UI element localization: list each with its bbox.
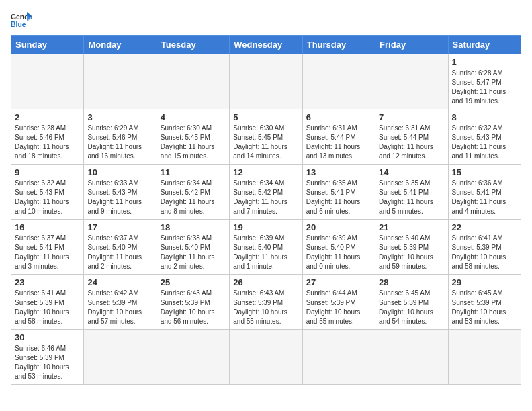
day-number: 20 [306, 222, 371, 232]
calendar-cell: 23Sunrise: 6:41 AM Sunset: 5:39 PM Dayli… [11, 275, 84, 330]
day-number: 30 [15, 332, 80, 342]
week-row-4: 16Sunrise: 6:37 AM Sunset: 5:41 PM Dayli… [11, 220, 521, 275]
day-info: Sunrise: 6:39 AM Sunset: 5:40 PM Dayligh… [306, 234, 371, 271]
calendar-cell [157, 54, 229, 109]
day-info: Sunrise: 6:30 AM Sunset: 5:45 PM Dayligh… [161, 124, 226, 161]
weekday-header-row: SundayMondayTuesdayWednesdayThursdayFrid… [11, 36, 521, 54]
day-info: Sunrise: 6:35 AM Sunset: 5:41 PM Dayligh… [306, 179, 371, 216]
day-info: Sunrise: 6:43 AM Sunset: 5:39 PM Dayligh… [233, 289, 298, 326]
weekday-header-thursday: Thursday [302, 36, 375, 54]
weekday-header-sunday: Sunday [11, 36, 84, 54]
day-number: 24 [87, 277, 152, 287]
day-info: Sunrise: 6:41 AM Sunset: 5:39 PM Dayligh… [452, 234, 517, 271]
calendar-cell: 3Sunrise: 6:29 AM Sunset: 5:46 PM Daylig… [84, 109, 157, 165]
day-info: Sunrise: 6:32 AM Sunset: 5:43 PM Dayligh… [452, 124, 517, 161]
week-row-6: 30Sunrise: 6:46 AM Sunset: 5:39 PM Dayli… [11, 330, 521, 385]
page-header: General Blue [11, 11, 521, 30]
day-number: 18 [161, 222, 226, 232]
day-info: Sunrise: 6:34 AM Sunset: 5:42 PM Dayligh… [161, 179, 226, 216]
calendar-cell: 21Sunrise: 6:40 AM Sunset: 5:39 PM Dayli… [375, 220, 448, 275]
calendar-cell [375, 54, 448, 109]
day-info: Sunrise: 6:42 AM Sunset: 5:39 PM Dayligh… [87, 289, 152, 326]
day-info: Sunrise: 6:30 AM Sunset: 5:45 PM Dayligh… [233, 124, 298, 161]
logo: General Blue [11, 11, 32, 30]
calendar-table: SundayMondayTuesdayWednesdayThursdayFrid… [11, 35, 521, 385]
calendar-cell: 10Sunrise: 6:33 AM Sunset: 5:43 PM Dayli… [84, 165, 157, 220]
calendar-cell: 18Sunrise: 6:38 AM Sunset: 5:40 PM Dayli… [157, 220, 229, 275]
day-info: Sunrise: 6:29 AM Sunset: 5:46 PM Dayligh… [87, 124, 152, 161]
week-row-3: 9Sunrise: 6:32 AM Sunset: 5:43 PM Daylig… [11, 165, 521, 220]
day-number: 14 [379, 167, 444, 177]
svg-text:Blue: Blue [11, 21, 26, 28]
calendar-cell [230, 54, 302, 109]
day-info: Sunrise: 6:45 AM Sunset: 5:39 PM Dayligh… [452, 289, 517, 326]
calendar-cell: 9Sunrise: 6:32 AM Sunset: 5:43 PM Daylig… [11, 165, 84, 220]
calendar-cell: 4Sunrise: 6:30 AM Sunset: 5:45 PM Daylig… [157, 109, 229, 165]
day-number: 4 [161, 112, 226, 122]
calendar-cell: 26Sunrise: 6:43 AM Sunset: 5:39 PM Dayli… [230, 275, 302, 330]
calendar-cell: 20Sunrise: 6:39 AM Sunset: 5:40 PM Dayli… [302, 220, 375, 275]
day-number: 7 [379, 112, 444, 122]
calendar-cell: 8Sunrise: 6:32 AM Sunset: 5:43 PM Daylig… [448, 109, 521, 165]
day-info: Sunrise: 6:46 AM Sunset: 5:39 PM Dayligh… [15, 344, 80, 381]
day-info: Sunrise: 6:40 AM Sunset: 5:39 PM Dayligh… [379, 234, 444, 271]
week-row-5: 23Sunrise: 6:41 AM Sunset: 5:39 PM Dayli… [11, 275, 521, 330]
calendar-cell [230, 330, 302, 385]
calendar-cell: 12Sunrise: 6:34 AM Sunset: 5:42 PM Dayli… [230, 165, 302, 220]
day-number: 29 [452, 277, 517, 287]
day-number: 26 [233, 277, 298, 287]
calendar-cell: 13Sunrise: 6:35 AM Sunset: 5:41 PM Dayli… [302, 165, 375, 220]
day-number: 9 [15, 167, 80, 177]
day-number: 16 [15, 222, 80, 232]
day-number: 19 [233, 222, 298, 232]
day-number: 10 [87, 167, 152, 177]
day-number: 22 [452, 222, 517, 232]
calendar-cell [375, 330, 448, 385]
day-number: 23 [15, 277, 80, 287]
day-number: 21 [379, 222, 444, 232]
day-info: Sunrise: 6:37 AM Sunset: 5:40 PM Dayligh… [87, 234, 152, 271]
day-info: Sunrise: 6:34 AM Sunset: 5:42 PM Dayligh… [233, 179, 298, 216]
day-number: 5 [233, 112, 298, 122]
calendar-cell: 16Sunrise: 6:37 AM Sunset: 5:41 PM Dayli… [11, 220, 84, 275]
day-info: Sunrise: 6:31 AM Sunset: 5:44 PM Dayligh… [379, 124, 444, 161]
weekday-header-saturday: Saturday [448, 36, 521, 54]
calendar-cell [302, 330, 375, 385]
weekday-header-friday: Friday [375, 36, 448, 54]
day-number: 6 [306, 112, 371, 122]
day-info: Sunrise: 6:33 AM Sunset: 5:43 PM Dayligh… [87, 179, 152, 216]
calendar-cell: 2Sunrise: 6:28 AM Sunset: 5:46 PM Daylig… [11, 109, 84, 165]
calendar-cell [157, 330, 229, 385]
calendar-cell: 15Sunrise: 6:36 AM Sunset: 5:41 PM Dayli… [448, 165, 521, 220]
calendar-cell [302, 54, 375, 109]
day-number: 11 [161, 167, 226, 177]
calendar-cell: 5Sunrise: 6:30 AM Sunset: 5:45 PM Daylig… [230, 109, 302, 165]
day-info: Sunrise: 6:31 AM Sunset: 5:44 PM Dayligh… [306, 124, 371, 161]
day-number: 12 [233, 167, 298, 177]
day-number: 15 [452, 167, 517, 177]
day-number: 27 [306, 277, 371, 287]
calendar-cell [84, 54, 157, 109]
calendar-cell: 7Sunrise: 6:31 AM Sunset: 5:44 PM Daylig… [375, 109, 448, 165]
calendar-cell: 27Sunrise: 6:44 AM Sunset: 5:39 PM Dayli… [302, 275, 375, 330]
calendar-cell: 1Sunrise: 6:28 AM Sunset: 5:47 PM Daylig… [448, 54, 521, 109]
day-info: Sunrise: 6:37 AM Sunset: 5:41 PM Dayligh… [15, 234, 80, 271]
day-number: 1 [452, 57, 517, 67]
day-info: Sunrise: 6:39 AM Sunset: 5:40 PM Dayligh… [233, 234, 298, 271]
calendar-cell: 14Sunrise: 6:35 AM Sunset: 5:41 PM Dayli… [375, 165, 448, 220]
week-row-1: 1Sunrise: 6:28 AM Sunset: 5:47 PM Daylig… [11, 54, 521, 109]
weekday-header-wednesday: Wednesday [230, 36, 302, 54]
day-info: Sunrise: 6:44 AM Sunset: 5:39 PM Dayligh… [306, 289, 371, 326]
calendar-cell: 11Sunrise: 6:34 AM Sunset: 5:42 PM Dayli… [157, 165, 229, 220]
weekday-header-monday: Monday [84, 36, 157, 54]
day-number: 3 [87, 112, 152, 122]
logo-icon: General Blue [11, 11, 32, 30]
calendar-cell: 6Sunrise: 6:31 AM Sunset: 5:44 PM Daylig… [302, 109, 375, 165]
calendar-cell: 22Sunrise: 6:41 AM Sunset: 5:39 PM Dayli… [448, 220, 521, 275]
calendar-cell [11, 54, 84, 109]
day-info: Sunrise: 6:35 AM Sunset: 5:41 PM Dayligh… [379, 179, 444, 216]
day-number: 28 [379, 277, 444, 287]
day-info: Sunrise: 6:36 AM Sunset: 5:41 PM Dayligh… [452, 179, 517, 216]
day-info: Sunrise: 6:41 AM Sunset: 5:39 PM Dayligh… [15, 289, 80, 326]
day-number: 2 [15, 112, 80, 122]
